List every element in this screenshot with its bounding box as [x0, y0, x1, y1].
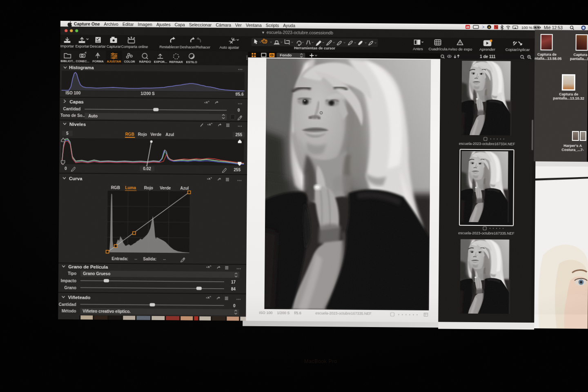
svg-text:RGB: RGB — [111, 185, 120, 190]
svg-text:Verde: Verde — [150, 132, 162, 137]
svg-text:Cuadrícula: Cuadrícula — [428, 47, 448, 51]
svg-text:Luma: Luma — [125, 185, 136, 190]
svg-text:Exportar: Exportar — [75, 44, 89, 48]
svg-text:17: 17 — [231, 280, 236, 284]
svg-text:EXPOR...: EXPOR... — [154, 60, 167, 64]
svg-text:CONEC...: CONEC... — [76, 59, 89, 63]
svg-text:Viñeteado: Viñeteado — [68, 295, 91, 300]
svg-text:Viñeteo creativo elíptico.: Viñeteo creativo elíptico. — [82, 309, 131, 314]
svg-text:Histograma: Histograma — [69, 65, 94, 70]
svg-text:0: 0 — [233, 303, 236, 308]
svg-text:Capas: Capas — [69, 99, 84, 104]
svg-text:REFINAR: REFINAR — [169, 60, 183, 64]
svg-text:100 %: 100 % — [521, 25, 533, 29]
svg-text:f/5.6: f/5.6 — [236, 92, 244, 96]
svg-text:Rojo: Rojo — [144, 186, 153, 190]
svg-text:BIBLIOT...: BIBLIOT... — [60, 59, 75, 63]
svg-text:Impacto: Impacto — [61, 278, 76, 283]
svg-text:⋯: ⋯ — [238, 101, 242, 106]
svg-text:Entrada:: Entrada: — [111, 256, 128, 261]
svg-text:5: 5 — [66, 131, 69, 136]
svg-text:Antes: Antes — [413, 47, 423, 51]
svg-text:1/200 S: 1/200 S — [140, 91, 155, 96]
svg-text:⋯: ⋯ — [238, 123, 242, 128]
svg-text:Niveles: Niveles — [69, 122, 86, 127]
svg-text:Aprender: Aprender — [479, 47, 495, 51]
svg-text:RGB: RGB — [125, 132, 134, 136]
svg-text:Auto ajustar: Auto ajustar — [219, 45, 239, 49]
svg-text:Verde: Verde — [160, 186, 171, 190]
svg-text:Grano: Grano — [64, 285, 76, 290]
svg-text:Importar: Importar — [60, 44, 74, 48]
svg-text:FORMA: FORMA — [92, 60, 104, 63]
svg-text:0.02: 0.02 — [143, 167, 151, 171]
svg-text:⋯: ⋯ — [237, 178, 242, 183]
svg-text:--: -- — [163, 257, 166, 261]
svg-text:Grano de Película: Grano de Película — [68, 264, 108, 270]
svg-text:1 de 111: 1 de 111 — [480, 54, 496, 59]
svg-text:ESTILO: ESTILO — [186, 60, 197, 64]
svg-text:Aviso de expo: Aviso de expo — [448, 47, 472, 51]
svg-text:⋯: ⋯ — [236, 296, 241, 301]
svg-text:RÁPIDO: RÁPIDO — [139, 60, 151, 64]
svg-text:Cantidad: Cantidad — [59, 302, 76, 307]
svg-text:49: 49 — [466, 26, 469, 29]
svg-text:255: 255 — [235, 132, 242, 137]
svg-text:--: -- — [134, 256, 137, 261]
svg-text:Auto: Auto — [88, 114, 98, 118]
svg-text:Rojo: Rojo — [138, 132, 147, 136]
svg-text:Fondo: Fondo — [280, 53, 292, 57]
svg-text:Cantidad: Cantidad — [63, 107, 80, 111]
svg-text:Copiar/Aplicar: Copiar/Aplicar — [506, 47, 530, 52]
svg-text:Descartar: Descartar — [90, 45, 106, 49]
svg-text:⋯: ⋯ — [238, 67, 243, 71]
svg-text:AJUSTAR: AJUSTAR — [107, 60, 122, 63]
svg-text:Comparta online: Comparta online — [121, 45, 148, 49]
svg-text:Salida:: Salida: — [143, 257, 156, 261]
svg-text:Método: Método — [62, 309, 76, 313]
svg-text:0: 0 — [65, 166, 67, 171]
svg-text:Azul: Azul — [165, 132, 174, 137]
svg-text:Tipo: Tipo — [68, 271, 76, 276]
svg-text:ISO 100: ISO 100 — [66, 91, 81, 95]
svg-text:⋯: ⋯ — [236, 266, 241, 271]
svg-text:Tono de So...: Tono de So... — [60, 113, 86, 118]
svg-text:Grano Grueso: Grano Grueso — [83, 271, 110, 276]
svg-text:COLOR: COLOR — [124, 60, 136, 63]
svg-text:84: 84 — [231, 287, 236, 291]
svg-text:255: 255 — [234, 167, 241, 172]
svg-text:Capturar: Capturar — [107, 45, 121, 49]
svg-text:0: 0 — [238, 108, 240, 112]
svg-text:Azul: Azul — [180, 186, 189, 190]
svg-text:Restablecer: Restablecer — [159, 45, 179, 49]
svg-text:Deshacer/Rehacer: Deshacer/Rehacer — [180, 45, 210, 49]
svg-text:Curva: Curva — [69, 176, 82, 181]
